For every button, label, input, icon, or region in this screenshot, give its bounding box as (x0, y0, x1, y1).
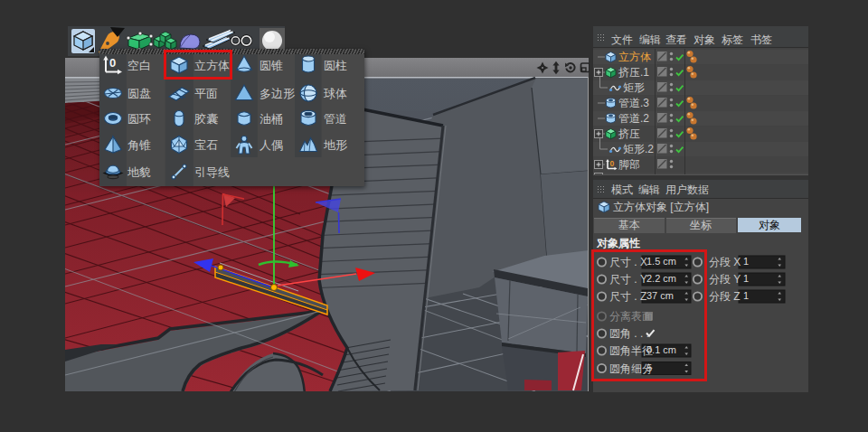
svg-text:0: 0 (610, 159, 615, 168)
svg-text:0: 0 (109, 56, 116, 70)
